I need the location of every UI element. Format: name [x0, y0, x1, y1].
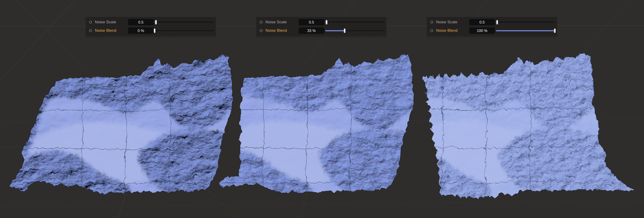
noise-scale-label: Noise Scale	[95, 19, 116, 25]
noise-blend-row: Noise Blend 33 %	[256, 27, 386, 34]
slider-fill	[325, 30, 345, 31]
params-panel-2: Noise Scale 0.5 Noise Blend 33 %	[256, 17, 386, 35]
noise-scale-value-field[interactable]: 0.5	[469, 19, 495, 25]
noise-blend-label: Noise Blend	[95, 27, 116, 34]
noise-blend-slider[interactable]	[325, 30, 384, 31]
noise-blend-row: Noise Blend 100 %	[427, 27, 557, 34]
noise-blend-value-field[interactable]: 0 %	[128, 27, 154, 34]
noise-blend-value-field[interactable]: 100 %	[469, 27, 495, 34]
noise-blend-label: Noise Blend	[436, 27, 458, 34]
envelope-diamond-icon[interactable]	[89, 20, 92, 24]
noise-scale-slider[interactable]	[325, 22, 384, 23]
slider-handle[interactable]	[554, 28, 556, 33]
slider-handle[interactable]	[344, 28, 346, 33]
envelope-diamond-icon[interactable]	[260, 29, 263, 32]
noise-scale-value-field[interactable]: 0.5	[299, 19, 324, 25]
noise-scale-slider[interactable]	[496, 22, 555, 23]
noise-scale-slider[interactable]	[154, 22, 214, 23]
envelope-diamond-icon[interactable]	[260, 20, 263, 24]
noise-scale-row: Noise Scale 0.5	[427, 19, 557, 25]
noise-scale-row: Noise Scale 0.5	[86, 19, 216, 25]
noise-blend-value-field[interactable]: 33 %	[299, 27, 324, 34]
noise-scale-label: Noise Scale	[436, 19, 458, 25]
slider-handle[interactable]	[155, 20, 157, 24]
noise-scale-value-field[interactable]: 0.5	[128, 19, 154, 25]
params-panel-1: Noise Scale 0.5 Noise Blend 0 %	[86, 17, 216, 35]
slider-handle[interactable]	[154, 28, 156, 33]
noise-blend-row: Noise Blend 0 %	[86, 27, 216, 34]
envelope-diamond-icon[interactable]	[430, 20, 433, 24]
envelope-diamond-icon[interactable]	[89, 29, 92, 32]
params-panel-3: Noise Scale 0.5 Noise Blend 100 %	[427, 17, 557, 35]
noise-blend-slider[interactable]	[496, 30, 555, 31]
envelope-diamond-icon[interactable]	[430, 29, 433, 32]
noise-scale-row: Noise Scale 0.5	[256, 19, 386, 25]
noise-blend-label: Noise Blend	[266, 27, 287, 34]
slider-fill	[496, 30, 555, 31]
noise-blend-slider[interactable]	[154, 30, 214, 31]
noise-scale-label: Noise Scale	[266, 19, 287, 25]
slider-handle[interactable]	[326, 20, 328, 24]
slider-handle[interactable]	[496, 20, 498, 24]
3d-viewport[interactable]: Noise Scale 0.5 Noise Blend 0 % Noise Sc…	[0, 0, 644, 218]
